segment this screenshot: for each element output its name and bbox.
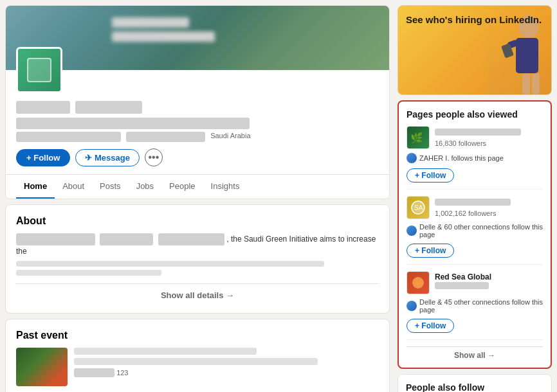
ad-banner[interactable]: See who's hiring on LinkedIn. bbox=[397, 5, 552, 95]
event-thumbnail bbox=[16, 348, 68, 386]
page-name-3: Red Sea Global bbox=[435, 272, 543, 281]
page-item-3: Red Sea Global Delle & 45 other connecti… bbox=[406, 271, 543, 340]
tab-insights[interactable]: Insights bbox=[203, 175, 248, 199]
cover-title-line1 bbox=[112, 17, 189, 28]
about-line-3 bbox=[16, 270, 161, 276]
profile-actions: + Follow ✈ Message ••• bbox=[16, 148, 379, 166]
page-name-blur-1 bbox=[435, 129, 521, 136]
svg-rect-1 bbox=[516, 38, 538, 73]
about-text: , the Saudi Green Initiative aims to inc… bbox=[16, 233, 379, 257]
people-also-follow-card: People also follow i15Tech bbox=[397, 374, 552, 392]
follower-avatar-1 bbox=[406, 153, 417, 163]
profile-meta: Saudi Arabia bbox=[16, 132, 379, 142]
company-logo bbox=[16, 47, 62, 93]
show-all-pages-button[interactable]: Show all → bbox=[406, 346, 543, 360]
svg-text:SA: SA bbox=[414, 204, 423, 211]
follower-note-2: Delle & 60 other connections follow this… bbox=[406, 223, 543, 238]
svg-text:🌿: 🌿 bbox=[410, 132, 423, 144]
page-name-blur-2 bbox=[435, 199, 511, 206]
about-section: About , the Saudi Green Initiative aims … bbox=[5, 204, 390, 314]
about-line-2 bbox=[16, 261, 324, 267]
profile-tagline bbox=[16, 118, 379, 129]
ad-title: See who's hiring on LinkedIn. bbox=[406, 13, 543, 26]
saudi-arabia-text: Saudi Arabia bbox=[210, 132, 250, 142]
pages-also-viewed-title: Pages people also viewed bbox=[406, 109, 543, 120]
tab-about[interactable]: About bbox=[55, 175, 92, 199]
show-all-details[interactable]: Show all details → bbox=[16, 283, 379, 303]
tab-posts[interactable]: Posts bbox=[92, 175, 129, 199]
svg-rect-3 bbox=[532, 73, 540, 94]
past-event-section: Past event 123 Show all events → bbox=[5, 319, 390, 393]
event-year: 123 bbox=[116, 369, 128, 377]
follow-button[interactable]: + Follow bbox=[16, 149, 70, 166]
follower-avatar-3 bbox=[406, 301, 417, 311]
more-button[interactable]: ••• bbox=[145, 148, 163, 166]
page-logo-1: 🌿 bbox=[406, 126, 430, 149]
profile-card: Saudi Arabia + Follow ✈ Message ••• Home… bbox=[5, 5, 390, 199]
event-details: 123 bbox=[74, 348, 379, 377]
tab-people[interactable]: People bbox=[161, 175, 203, 199]
page-followers-2: 1,002,162 followers bbox=[435, 209, 543, 217]
follow-page-2-button[interactable]: + Follow bbox=[406, 244, 454, 258]
tab-home[interactable]: Home bbox=[16, 175, 55, 199]
page-item-1: 🌿 16,830 followers ZAHER I. follows this… bbox=[406, 126, 543, 190]
people-also-follow-title: People also follow bbox=[406, 382, 543, 392]
follow-page-3-button[interactable]: + Follow bbox=[406, 319, 454, 333]
profile-name-area bbox=[16, 101, 379, 114]
cover-title-area bbox=[112, 17, 215, 42]
company-name-blur bbox=[16, 101, 70, 114]
page-followers-1: 16,830 followers bbox=[435, 139, 543, 147]
tab-jobs[interactable]: Jobs bbox=[129, 175, 161, 199]
past-event-title: Past event bbox=[16, 330, 379, 341]
main-column: Saudi Arabia + Follow ✈ Message ••• Home… bbox=[5, 5, 390, 392]
follower-note-1: ZAHER I. follows this page bbox=[406, 153, 543, 163]
follow-page-1-button[interactable]: + Follow bbox=[406, 168, 454, 183]
page-item-2: SA 1,002,162 followers Delle & 60 other … bbox=[406, 196, 543, 265]
cover-photo bbox=[6, 6, 389, 70]
company-name-arabic-blur bbox=[75, 101, 142, 114]
pages-also-viewed-card: Pages people also viewed 🌿 16,830 follow… bbox=[397, 100, 552, 369]
event-item: 123 bbox=[16, 348, 379, 386]
profile-info: Saudi Arabia + Follow ✈ Message ••• bbox=[6, 93, 389, 174]
page-logo-3 bbox=[406, 271, 430, 294]
right-column: See who's hiring on LinkedIn. Pages peop… bbox=[397, 5, 552, 392]
profile-nav: Home About Posts Jobs People Insights bbox=[6, 174, 389, 199]
cover-title-line2 bbox=[112, 31, 215, 42]
follower-avatar-2 bbox=[406, 226, 417, 236]
about-title: About bbox=[16, 215, 379, 227]
message-button[interactable]: ✈ Message bbox=[75, 149, 140, 166]
event-date: 123 bbox=[74, 368, 379, 377]
svg-rect-2 bbox=[522, 73, 530, 94]
follower-note-3: Delle & 45 other connections follow this… bbox=[406, 298, 543, 314]
page-logo-2: SA bbox=[406, 196, 430, 219]
